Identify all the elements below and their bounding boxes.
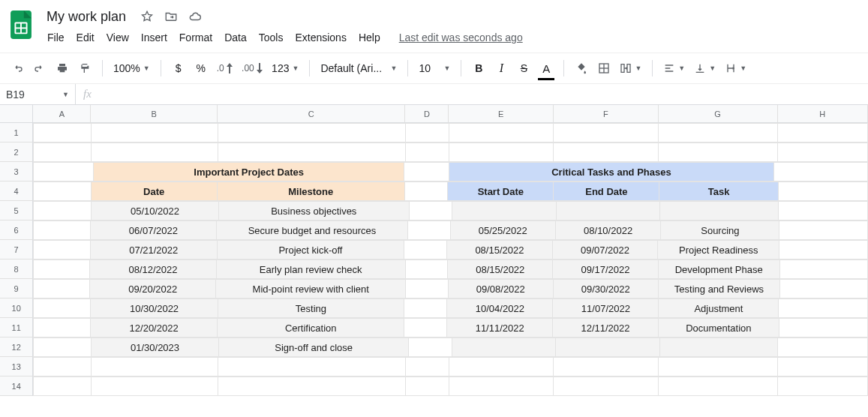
italic-button[interactable]: I xyxy=(491,58,511,79)
cell-A9[interactable] xyxy=(34,280,90,298)
font-size-dropdown[interactable]: 10▼ xyxy=(416,58,453,79)
row-header-4[interactable]: 4 xyxy=(0,182,33,201)
column-header-B[interactable]: B xyxy=(91,105,218,123)
number-format-dropdown[interactable]: 123▼ xyxy=(269,58,302,79)
row-header-12[interactable]: 12 xyxy=(0,338,33,357)
cell-E3[interactable]: Critical Tasks and Phases xyxy=(449,163,773,182)
menu-insert[interactable]: Insert xyxy=(136,28,173,46)
cell-G4[interactable]: Task xyxy=(659,182,778,201)
cell-G14[interactable] xyxy=(658,377,777,396)
print-button[interactable] xyxy=(53,58,72,79)
cell-F10[interactable]: 11/07/2022 xyxy=(553,299,659,318)
menu-tools[interactable]: Tools xyxy=(254,28,289,46)
row-header-8[interactable]: 8 xyxy=(0,260,33,279)
cell-A4[interactable] xyxy=(34,182,91,201)
row-header-9[interactable]: 9 xyxy=(0,279,33,298)
cell-B12[interactable]: 01/30/2023 xyxy=(91,338,218,357)
cell-B8[interactable]: 08/12/2022 xyxy=(90,260,216,279)
cell-D11[interactable] xyxy=(404,319,447,338)
row-header-5[interactable]: 5 xyxy=(0,201,33,220)
cell-E10[interactable]: 10/04/2022 xyxy=(447,299,553,318)
borders-button[interactable] xyxy=(594,58,614,79)
doc-title[interactable]: My work plan xyxy=(42,8,131,26)
cell-D1[interactable] xyxy=(405,124,449,142)
cell-B14[interactable] xyxy=(92,377,218,396)
cell-C9[interactable]: Mid-point review with client xyxy=(216,280,406,298)
cell-B9[interactable]: 09/20/2022 xyxy=(90,280,216,298)
cell-C10[interactable]: Testing xyxy=(218,299,404,318)
cell-D10[interactable] xyxy=(404,299,447,318)
cell-C11[interactable]: Certification xyxy=(218,319,404,338)
horizontal-align-button[interactable]: ▼ xyxy=(660,58,688,79)
cell-A13[interactable] xyxy=(34,358,92,376)
cell-D7[interactable] xyxy=(404,241,447,260)
cell-A12[interactable] xyxy=(34,338,92,357)
row-header-1[interactable]: 1 xyxy=(0,123,33,142)
cell-F2[interactable] xyxy=(554,143,659,162)
cell-F8[interactable]: 09/17/2022 xyxy=(553,260,658,279)
cell-G5[interactable] xyxy=(659,202,778,220)
cell-E7[interactable]: 08/15/2022 xyxy=(447,241,553,260)
increase-decimal-button[interactable]: .00 xyxy=(239,58,266,79)
menu-extensions[interactable]: Extensions xyxy=(290,28,351,46)
cell-C7[interactable]: Project kick-off xyxy=(217,241,404,260)
menu-data[interactable]: Data xyxy=(219,28,252,46)
row-header-7[interactable]: 7 xyxy=(0,240,33,260)
column-header-A[interactable]: A xyxy=(33,105,91,123)
cell-B5[interactable]: 05/10/2022 xyxy=(91,202,218,220)
cell-D12[interactable] xyxy=(409,338,452,357)
cell-F5[interactable] xyxy=(556,202,659,220)
cell-C2[interactable] xyxy=(218,143,405,162)
text-color-button[interactable]: A xyxy=(536,58,556,79)
cell-B7[interactable]: 07/21/2022 xyxy=(90,241,217,260)
cell-G13[interactable] xyxy=(658,358,777,376)
cell-C14[interactable] xyxy=(218,377,405,396)
cell-H9[interactable] xyxy=(780,280,868,298)
cell-E1[interactable] xyxy=(449,124,554,142)
column-header-C[interactable]: C xyxy=(218,105,405,123)
cell-D6[interactable] xyxy=(407,221,450,240)
cell-A2[interactable] xyxy=(34,143,92,162)
cell-A10[interactable] xyxy=(34,299,91,318)
cell-G10[interactable]: Adjustment xyxy=(659,299,779,318)
cell-A14[interactable] xyxy=(34,377,92,396)
cell-E13[interactable] xyxy=(449,358,554,376)
cell-G12[interactable] xyxy=(659,338,778,357)
paint-format-button[interactable] xyxy=(75,58,95,79)
format-currency-button[interactable]: $ xyxy=(169,58,188,79)
spreadsheet-grid[interactable]: ABCDEFGH123Important Project DatesCritic… xyxy=(0,105,868,396)
cell-F13[interactable] xyxy=(554,358,659,376)
cell-H5[interactable] xyxy=(778,202,868,220)
cell-F4[interactable]: End Date xyxy=(554,182,659,201)
undo-button[interactable] xyxy=(8,58,27,79)
cell-B2[interactable] xyxy=(92,143,218,162)
cell-A6[interactable] xyxy=(34,221,90,240)
menu-format[interactable]: Format xyxy=(174,28,218,46)
cell-C13[interactable] xyxy=(218,358,405,376)
cell-D4[interactable] xyxy=(404,182,447,201)
cell-C12[interactable]: Sign-off and close xyxy=(219,338,409,357)
cell-F14[interactable] xyxy=(554,377,659,396)
merge-cells-button[interactable]: ▼ xyxy=(617,58,644,79)
cell-D13[interactable] xyxy=(405,358,449,376)
cell-F6[interactable]: 08/10/2022 xyxy=(555,221,660,240)
cell-G7[interactable]: Project Readiness xyxy=(658,241,779,260)
cell-E9[interactable]: 09/08/2022 xyxy=(448,280,553,298)
cell-E14[interactable] xyxy=(449,377,554,396)
cell-D2[interactable] xyxy=(405,143,449,162)
sheets-logo[interactable] xyxy=(6,6,36,44)
menu-view[interactable]: View xyxy=(101,28,134,46)
font-dropdown[interactable]: Default (Ari...▼ xyxy=(317,58,400,79)
cell-A8[interactable] xyxy=(34,260,90,279)
cell-G8[interactable]: Development Phase xyxy=(658,260,779,279)
cell-E4[interactable]: Start Date xyxy=(448,182,554,201)
row-header-13[interactable]: 13 xyxy=(0,357,33,376)
cell-B4[interactable]: Date xyxy=(91,182,217,201)
cell-H2[interactable] xyxy=(777,143,867,162)
cell-H6[interactable] xyxy=(779,221,868,240)
select-all-corner[interactable] xyxy=(0,105,33,123)
row-header-10[interactable]: 10 xyxy=(0,298,33,318)
column-header-F[interactable]: F xyxy=(554,105,659,123)
row-header-3[interactable]: 3 xyxy=(0,162,33,182)
column-header-H[interactable]: H xyxy=(778,105,868,123)
